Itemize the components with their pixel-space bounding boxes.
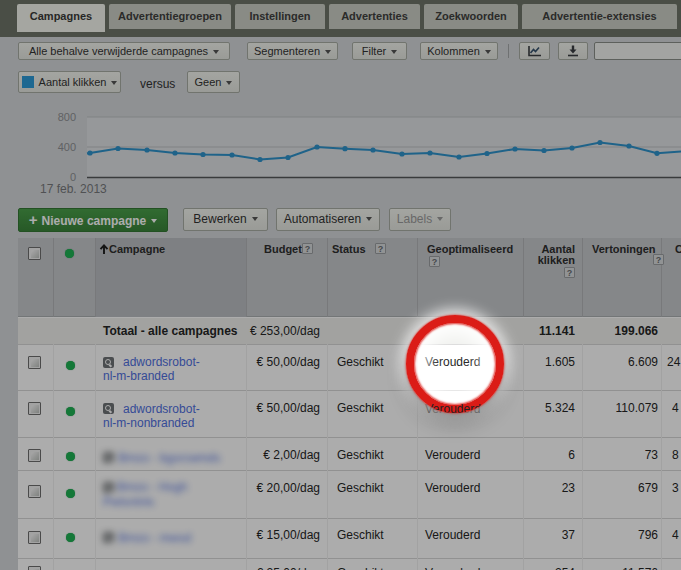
svg-text:800: 800 [58,111,76,123]
svg-text:400: 400 [58,141,76,153]
svg-text:17 feb. 2013: 17 feb. 2013 [40,182,107,196]
